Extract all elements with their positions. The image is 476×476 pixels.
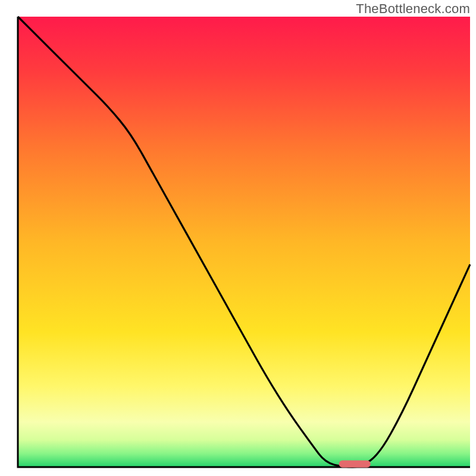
chart-container: { "watermark": "TheBottleneck.com", "cha…	[0, 0, 476, 476]
watermark-text: TheBottleneck.com	[356, 1, 470, 17]
bottleneck-chart	[0, 0, 476, 476]
optimal-range-marker	[339, 461, 371, 468]
